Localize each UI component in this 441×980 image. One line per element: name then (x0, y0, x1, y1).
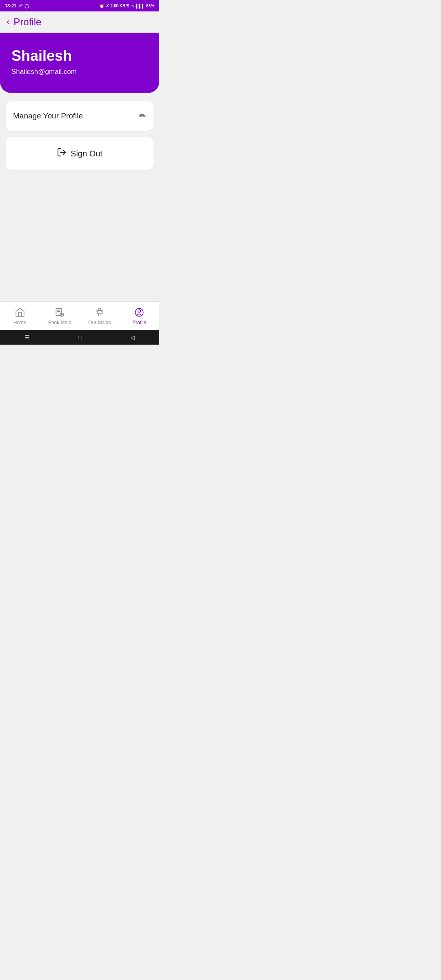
sign-out-icon (57, 147, 67, 160)
sign-out-row[interactable]: Sign Out (13, 137, 146, 170)
bluetooth-icon: ✗ (106, 4, 109, 8)
app-icon: ◯ (24, 4, 29, 8)
page-title: Profile (13, 16, 41, 28)
profile-nav-icon (134, 307, 145, 318)
time-display: 18:21 (5, 3, 16, 8)
book-maid-icon (54, 307, 65, 318)
home-icon (14, 307, 26, 318)
back-button[interactable]: ‹ (7, 17, 9, 27)
battery-display: 65% (146, 4, 154, 8)
data-speed: 2.00 KB/S (111, 4, 129, 8)
status-left: 18:21 ☍ ◯ (5, 3, 29, 8)
profile-email: Shailesh@gmail.com (11, 68, 148, 76)
status-bar: 18:21 ☍ ◯ ⏰ ✗ 2.00 KB/S ∿ ▌▌▌ 65% (0, 0, 159, 11)
book-maid-nav-label: Book Maid (48, 320, 71, 325)
content-area: Manage Your Profile ✏ Sign Out (0, 93, 159, 178)
our-maids-nav-label: Our Maids (88, 320, 111, 325)
manage-profile-card[interactable]: Manage Your Profile ✏ (6, 101, 154, 131)
profile-nav-label: Profile (132, 320, 146, 325)
back-chevron-icon: ‹ (7, 17, 9, 27)
alarm-icon: ⏰ (99, 4, 104, 8)
android-home-icon[interactable]: □ (78, 334, 82, 341)
manage-profile-label: Manage Your Profile (13, 111, 83, 120)
android-menu-icon[interactable]: ☰ (24, 334, 30, 341)
android-back-icon[interactable]: ◁ (130, 334, 135, 341)
manage-profile-row[interactable]: Manage Your Profile ✏ (13, 101, 146, 131)
nav-item-our-maids[interactable]: Our Maids (80, 307, 120, 325)
home-nav-label: Home (13, 320, 27, 325)
svg-rect-1 (56, 308, 62, 315)
nav-item-profile[interactable]: Profile (120, 307, 160, 325)
whatsapp-icon: ☍ (18, 4, 22, 8)
svg-point-9 (138, 310, 141, 312)
bottom-nav: Home Book Maid Our Maids (0, 301, 159, 330)
sign-out-label: Sign Out (71, 149, 102, 158)
header: ‹ Profile (0, 11, 159, 33)
android-nav-bar: ☰ □ ◁ (0, 330, 159, 345)
profile-banner: Shailesh Shailesh@gmail.com (0, 33, 159, 93)
nav-item-book-maid[interactable]: Book Maid (40, 307, 80, 325)
wifi-icon: ∿ (131, 4, 134, 8)
svg-point-7 (98, 308, 100, 310)
status-right: ⏰ ✗ 2.00 KB/S ∿ ▌▌▌ 65% (99, 4, 154, 8)
signal-icon: ▌▌▌ (136, 4, 145, 8)
our-maids-icon (94, 307, 105, 318)
edit-pencil-icon[interactable]: ✏ (139, 111, 146, 121)
profile-name: Shailesh (11, 47, 148, 65)
sign-out-card[interactable]: Sign Out (6, 137, 154, 170)
nav-item-home[interactable]: Home (0, 307, 40, 325)
